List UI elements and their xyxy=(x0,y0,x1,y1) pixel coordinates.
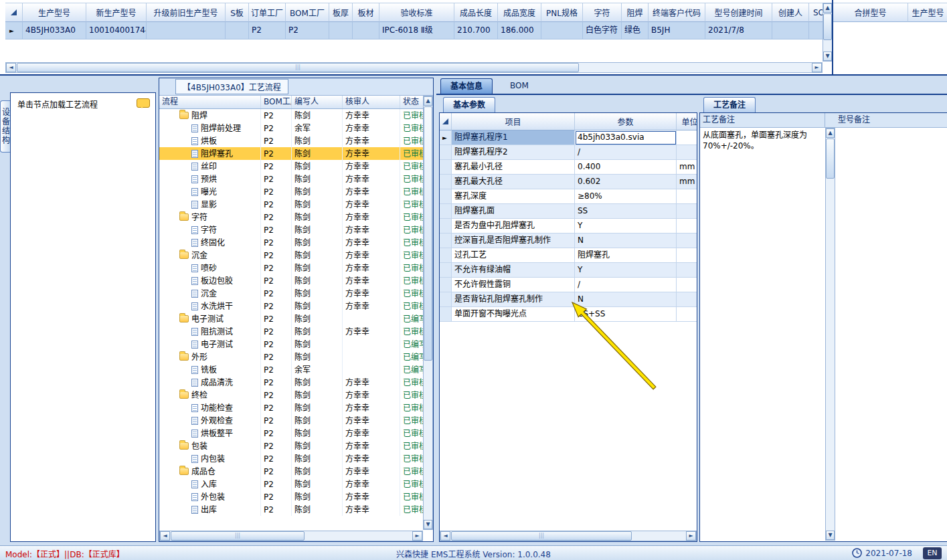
memo-column-model[interactable]: 型号备注 xyxy=(835,113,947,128)
top-grid-cell-3[interactable] xyxy=(226,22,249,39)
param-row-过孔工艺[interactable]: 过孔工艺阻焊塞孔 xyxy=(440,248,697,263)
process-horizontal-scrollbar[interactable]: ◄ ► xyxy=(159,531,423,541)
top-grid-cell-9[interactable]: 210.700 xyxy=(454,22,498,39)
scroll-right-button[interactable]: ► xyxy=(686,531,696,541)
process-column-header-4[interactable]: 状态 xyxy=(400,96,424,108)
param-value-cell[interactable]: 0.400 xyxy=(575,160,677,175)
merge-column-header-0[interactable]: 合拼型号 xyxy=(833,3,908,22)
process-row-喷砂[interactable]: 喷砂P2陈剑方幸幸已审核 xyxy=(159,262,424,274)
top-horizontal-scrollbar[interactable]: ◄ ► xyxy=(5,62,823,73)
column-header-4[interactable]: 订单工厂 xyxy=(249,3,286,22)
process-row-显影[interactable]: 显影P2陈剑方幸幸已审核 xyxy=(159,198,424,211)
top-grid-cell-12[interactable]: 白色字符 xyxy=(583,22,622,39)
param-value-cell[interactable]: / xyxy=(575,145,677,160)
tab-basic-params[interactable]: 基本参数 xyxy=(443,97,495,112)
top-grid-cell-8[interactable]: IPC-6018 Ⅱ级 xyxy=(379,22,454,39)
top-grid-cell-14[interactable]: B5JH xyxy=(649,22,705,39)
scrollbar-thumb[interactable] xyxy=(424,106,432,361)
top-grid-cell-17[interactable] xyxy=(809,22,823,39)
column-header-0[interactable]: 生产型号 xyxy=(23,3,86,22)
column-header-8[interactable]: 验收标准 xyxy=(379,3,454,22)
process-column-header-1[interactable]: BOM工厂 xyxy=(261,96,292,108)
tab-basic-info[interactable]: 基本信息 xyxy=(440,78,493,94)
process-row-出库[interactable]: 出库P2陈剑方幸幸已审核 xyxy=(159,503,424,516)
param-value-cell[interactable]: Y xyxy=(575,263,677,278)
scrollbar-thumb[interactable] xyxy=(451,531,632,541)
process-row-字符[interactable]: 字符P2陈剑方幸幸已审核 xyxy=(159,211,424,223)
param-row-塞孔最小孔径[interactable]: 塞孔最小孔径0.400mm xyxy=(440,160,697,175)
process-row-终固化[interactable]: 终固化P2陈剑方幸幸已审核 xyxy=(159,236,424,249)
param-row-不允许假性露铜[interactable]: 不允许假性露铜/ xyxy=(440,278,697,292)
process-row-预烘[interactable]: 预烘P2陈剑方幸幸已审核 xyxy=(159,173,424,185)
column-header-10[interactable]: 成品宽度 xyxy=(498,3,541,22)
process-row-成品仓[interactable]: 成品仓P2陈剑方幸幸已审核 xyxy=(159,465,424,478)
top-grid-cell-13[interactable]: 绿色 xyxy=(622,22,649,39)
param-row-selector[interactable] xyxy=(440,292,452,307)
param-row-阻焊塞孔程序2[interactable]: 阻焊塞孔程序2/ xyxy=(440,145,697,160)
column-header-9[interactable]: 成品长度 xyxy=(454,3,498,22)
process-row-沉金[interactable]: 沉金P2陈剑方幸幸已审核 xyxy=(159,287,424,300)
process-row-入库[interactable]: 入库P2陈剑方幸幸已审核 xyxy=(159,478,424,490)
top-grid-cell-1[interactable]: 10010400174451 xyxy=(86,22,147,39)
process-column-header-0[interactable]: 流程 xyxy=(159,96,261,108)
column-header-17[interactable]: SO xyxy=(809,3,823,22)
process-row-包装[interactable]: 包装P2陈剑方幸幸已审核 xyxy=(159,440,424,452)
tab-bom[interactable]: BOM xyxy=(501,78,538,94)
param-column-header-1[interactable]: 参数 xyxy=(575,113,677,130)
process-row-铣板[interactable]: 铣板P2余军已编写 xyxy=(159,363,424,376)
scroll-up-button[interactable]: ▲ xyxy=(823,3,832,13)
top-grid-cell-5[interactable]: P2 xyxy=(286,22,329,39)
column-header-13[interactable]: 阻焊 xyxy=(622,3,649,22)
param-column-header-2[interactable]: 单位 xyxy=(677,113,697,130)
column-header-16[interactable]: 创建人 xyxy=(772,3,809,22)
process-row-外形[interactable]: 外形P2陈剑已编写 xyxy=(159,351,424,363)
param-row-selector[interactable] xyxy=(440,263,452,278)
process-row-外观检查[interactable]: 外观检查P2陈剑方幸幸已审核 xyxy=(159,414,424,427)
top-grid-cell-15[interactable]: 2021/7/8 xyxy=(705,22,772,39)
scroll-left-button[interactable]: ◄ xyxy=(160,531,170,541)
scroll-left-button[interactable]: ◄ xyxy=(440,531,450,541)
param-row-selector[interactable] xyxy=(440,278,452,292)
top-grid-cell-7[interactable] xyxy=(353,22,379,39)
process-row-烘板整平[interactable]: 烘板整平P2陈剑方幸幸已审核 xyxy=(159,427,424,440)
param-row-selector[interactable] xyxy=(440,160,452,175)
top-grid-cell-4[interactable]: P2 xyxy=(249,22,286,39)
sidebar-vertical-tab[interactable]: 设备结构 xyxy=(0,100,10,153)
param-value-cell[interactable]: SS xyxy=(575,204,677,219)
process-row-烘板[interactable]: 烘板P2陈剑方幸幸已审核 xyxy=(159,134,424,147)
scrollbar-thumb[interactable] xyxy=(826,138,835,179)
param-value-cell[interactable]: 4b5jh033a0.svia xyxy=(575,130,677,145)
scroll-right-button[interactable]: ► xyxy=(812,63,822,72)
param-value-cell[interactable]: Y xyxy=(575,219,677,234)
param-row-塞孔深度[interactable]: 塞孔深度≥80% xyxy=(440,189,697,204)
top-grid-cell-11[interactable] xyxy=(541,22,583,39)
param-value-cell[interactable]: / xyxy=(575,278,677,292)
column-header-1[interactable]: 新生产型号 xyxy=(86,3,147,22)
scroll-up-button[interactable]: ▲ xyxy=(826,128,835,138)
scrollbar-thumb[interactable] xyxy=(171,531,305,541)
column-header-15[interactable]: 型号创建时间 xyxy=(705,3,772,22)
param-row-控深盲孔是否阻焊塞孔制作[interactable]: 控深盲孔是否阻焊塞孔制作N xyxy=(440,234,697,248)
param-row-不允许有绿油帽[interactable]: 不允许有绿油帽Y xyxy=(440,263,697,278)
param-row-selector[interactable] xyxy=(440,189,452,204)
process-row-终检[interactable]: 终检P2陈剑方幸幸已审核 xyxy=(159,389,424,401)
process-row-电子测试[interactable]: 电子测试P2陈剑已编写 xyxy=(159,312,424,325)
scrollbar-thumb[interactable] xyxy=(17,63,579,72)
memo-vertical-scrollbar[interactable]: ▲ ▼ xyxy=(825,128,835,541)
process-column-header-3[interactable]: 核审人 xyxy=(343,96,400,108)
process-row-阻焊塞孔[interactable]: 阻焊塞孔P2陈剑方幸幸已审核 xyxy=(159,147,424,160)
column-header-2[interactable]: 升级前旧生产型号 xyxy=(147,3,226,22)
param-row-selector[interactable]: ► xyxy=(440,130,452,145)
process-row-电子测试[interactable]: 电子测试P2陈剑已编写 xyxy=(159,338,424,351)
param-row-selector[interactable] xyxy=(440,234,452,248)
process-row-曝光[interactable]: 曝光P2陈剑方幸幸已审核 xyxy=(159,185,424,198)
param-row-是否为盘中孔阻焊塞孔[interactable]: 是否为盘中孔阻焊塞孔Y xyxy=(440,219,697,234)
param-row-阻焊塞孔程序1[interactable]: ►阻焊塞孔程序14b5jh033a0.svia xyxy=(440,130,697,145)
param-value-cell[interactable]: ≥80% xyxy=(575,189,677,204)
merge-column-header-1[interactable]: 生产型号 xyxy=(908,3,947,22)
process-row-成品清洗[interactable]: 成品清洗P2陈剑方幸幸已审核 xyxy=(159,376,424,389)
param-row-selector[interactable] xyxy=(440,219,452,234)
process-row-功能检查[interactable]: 功能检查P2陈剑方幸幸已审核 xyxy=(159,401,424,414)
scroll-down-button[interactable]: ▼ xyxy=(823,52,832,61)
column-header-6[interactable]: 板厚 xyxy=(329,3,353,22)
